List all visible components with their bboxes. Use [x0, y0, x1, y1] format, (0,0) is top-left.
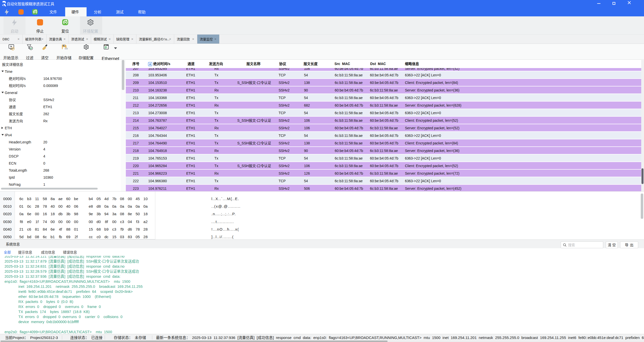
svg-text:A: A: [149, 63, 151, 66]
